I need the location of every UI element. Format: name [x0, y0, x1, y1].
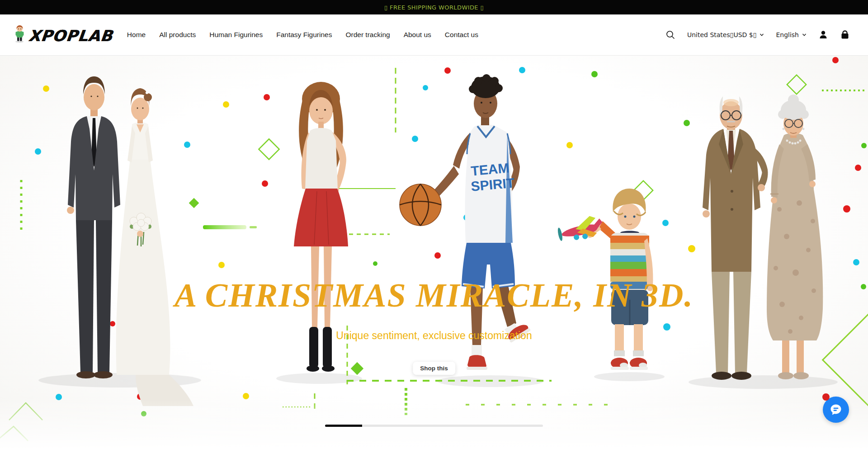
hero-subtitle: Unique sentiment, exclusive customizatio… — [0, 330, 868, 342]
hero-illustration: TEAM SPIRIT — [0, 56, 868, 449]
country-currency-label: United States▯USD $▯ — [687, 31, 756, 38]
chevron-down-icon — [760, 33, 764, 37]
logo-mascot-icon — [14, 25, 26, 45]
account-icon[interactable] — [818, 30, 828, 40]
nav-contact-us[interactable]: Contact us — [445, 31, 478, 39]
nav-order-tracking[interactable]: Order tracking — [345, 31, 390, 39]
cart-bag-icon[interactable] — [840, 30, 850, 40]
nav-about-us[interactable]: About us — [404, 31, 431, 39]
main-nav: Home All products Human Figurines Fantas… — [127, 31, 478, 39]
carousel-progress-fill — [325, 425, 362, 427]
logo[interactable]: XPOPLAB — [14, 25, 113, 45]
shop-this-button[interactable]: Shop this — [413, 362, 455, 375]
nav-human-figurines[interactable]: Human Figurines — [209, 31, 263, 39]
header-controls: United States▯USD $▯ English — [665, 30, 850, 40]
hero-title: A CHRISTMAS MIRACLE, IN 3D. — [0, 276, 868, 315]
country-currency-selector[interactable]: United States▯USD $▯ — [687, 31, 764, 38]
chat-notification-dot — [822, 393, 830, 401]
language-selector[interactable]: English — [776, 31, 807, 38]
announcement-bar: ▯ FREE SHIPPING WORLDWIDE ▯ — [0, 0, 868, 14]
figurine-woman-red-skirt — [294, 82, 348, 372]
announcement-text: ▯ FREE SHIPPING WORLDWIDE ▯ — [384, 4, 484, 11]
figurine-basketball-player: TEAM SPIRIT — [400, 74, 531, 370]
chat-widget-button[interactable] — [823, 397, 849, 423]
search-icon[interactable] — [665, 30, 675, 40]
logo-text: XPOPLAB — [28, 27, 113, 45]
chevron-down-icon — [802, 33, 807, 37]
carousel-progress-bar[interactable] — [325, 425, 543, 427]
nav-home[interactable]: Home — [127, 31, 146, 39]
site-header: XPOPLAB Home All products Human Figurine… — [0, 14, 868, 56]
language-label: English — [776, 31, 799, 38]
figurine-wedding-couple — [67, 76, 193, 406]
nav-all-products[interactable]: All products — [159, 31, 196, 39]
nav-fantasy-figurines[interactable]: Fantasy Figurines — [276, 31, 332, 39]
hero-banner: TEAM SPIRIT — [0, 56, 868, 449]
